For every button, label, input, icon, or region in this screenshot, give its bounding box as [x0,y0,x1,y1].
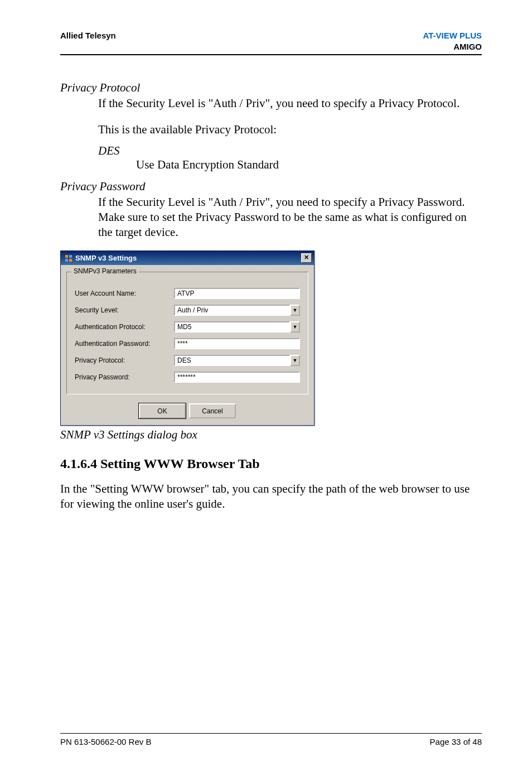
privacy-protocol-p1: If the Security Level is "Auth / Priv", … [98,96,482,111]
chevron-down-icon[interactable]: ▼ [290,355,300,366]
app-icon [64,254,73,263]
row-auth-password: Authentication Password: **** [75,338,300,349]
privacy-protocol-heading: Privacy Protocol [60,81,482,95]
label-user-account: User Account Name: [75,290,174,297]
section-4-1-6-4-body: In the "Setting WWW browser" tab, you ca… [60,481,482,512]
page-footer: PN 613-50662-00 Rev B Page 33 of 48 [60,733,482,746]
dialog-caption: SNMP v3 Settings dialog box [60,428,482,442]
chevron-down-icon[interactable]: ▼ [290,305,300,316]
privacy-password-input[interactable]: ******* [174,372,300,383]
user-account-input[interactable]: ATVP [174,288,300,299]
dialog-button-row: OK Cancel [61,398,314,425]
row-security-level: Security Level: Auth / Priv ▼ [75,305,300,316]
row-auth-protocol: Authentication Protocol: MD5 ▼ [75,321,300,333]
snmp-v3-settings-dialog: SNMP v3 Settings ✕ SNMPv3 Parameters Use… [60,250,315,426]
close-icon[interactable]: ✕ [301,253,312,263]
row-privacy-password: Privacy Password: ******* [75,372,300,383]
header-model: AMIGO [423,41,482,52]
cancel-button[interactable]: Cancel [189,403,236,418]
dialog-title: SNMP v3 Settings [75,254,301,262]
ok-button[interactable]: OK [139,403,186,418]
label-auth-password: Authentication Password: [75,340,174,348]
privacy-password-p1: If the Security Level is "Auth / Priv", … [98,195,482,240]
svg-rect-1 [69,255,72,258]
svg-rect-3 [69,259,72,262]
label-privacy-protocol: Privacy Protocol: [75,356,174,364]
privacy-password-heading: Privacy Password [60,180,482,194]
des-term: DES [98,144,482,158]
footer-left: PN 613-50662-00 Rev B [60,737,151,746]
svg-rect-0 [65,255,68,258]
label-security-level: Security Level: [75,306,174,314]
privacy-protocol-select[interactable]: DES [174,355,290,366]
label-auth-protocol: Authentication Protocol: [75,323,174,331]
footer-right: Page 33 of 48 [430,737,482,746]
section-4-1-6-4-heading: 4.1.6.4 Setting WWW Browser Tab [60,456,482,471]
label-privacy-password: Privacy Password: [75,373,174,381]
auth-password-input[interactable]: **** [174,338,300,349]
header-left: Allied Telesyn [60,30,116,52]
security-level-select[interactable]: Auth / Priv [174,305,290,316]
auth-protocol-select[interactable]: MD5 [174,321,290,333]
row-privacy-protocol: Privacy Protocol: DES ▼ [75,355,300,366]
header-product: AT-VIEW PLUS [423,30,482,41]
snmpv3-parameters-group: SNMPv3 Parameters User Account Name: ATV… [66,272,308,394]
svg-rect-2 [65,259,68,262]
privacy-protocol-p2: This is the available Privacy Protocol: [98,122,482,137]
dialog-titlebar: SNMP v3 Settings ✕ [61,251,314,265]
page-header: Allied Telesyn AT-VIEW PLUS AMIGO [60,30,482,55]
des-definition: Use Data Encryption Standard [136,158,482,172]
group-label: SNMPv3 Parameters [71,267,139,275]
row-user-account: User Account Name: ATVP [75,288,300,299]
chevron-down-icon[interactable]: ▼ [290,321,300,333]
